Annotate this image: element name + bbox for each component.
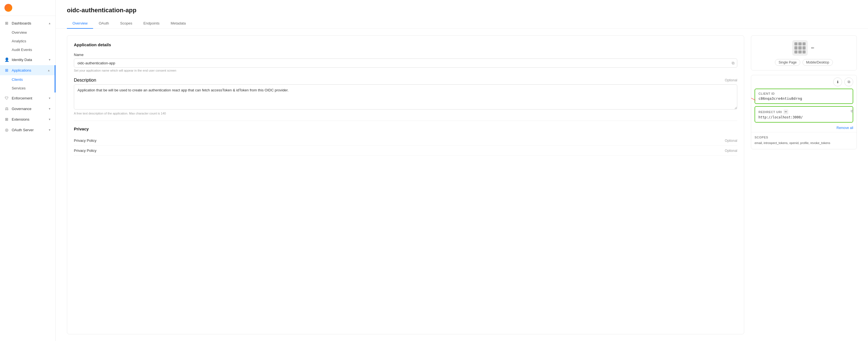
chevron-up-icon: ▲	[48, 22, 51, 25]
sidebar-item-extensions-label: Extensions	[12, 117, 30, 122]
sidebar-item-clients[interactable]: Clients	[12, 75, 55, 84]
client-info-card: clientId redirectUri ⬇ ⧉ CLIENT ID c86nq	[751, 75, 857, 149]
main-content: oidc-authentication-app Overview OAuth S…	[56, 0, 868, 341]
logo-icon	[4, 4, 12, 12]
chevron-down-icon-enforcement: ▼	[48, 97, 51, 100]
governance-icon: ⚖	[4, 106, 9, 111]
app-type-tags: Single Page Mobile/Desktop	[775, 59, 833, 66]
tab-overview[interactable]: Overview	[67, 19, 93, 29]
sidebar-logo	[0, 0, 56, 16]
content-area: Application details Name ⧉ Set your appl…	[56, 29, 868, 341]
name-input-wrapper: ⧉	[74, 59, 737, 68]
privacy-policy-2-label: Privacy Policy	[74, 148, 96, 153]
sidebar: ⊞ Dashboards ▲ Overview Analytics Audit …	[0, 0, 56, 341]
chevron-down-icon: ▼	[48, 58, 51, 61]
page-header: oidc-authentication-app Overview OAuth S…	[56, 0, 868, 29]
description-field-group: Description Optional Application that be…	[74, 78, 737, 115]
sidebar-item-dashboards[interactable]: ⊞ Dashboards ▲	[0, 18, 56, 28]
privacy-title: Privacy	[74, 127, 737, 131]
nav-section-enforcement: 🛡 Enforcement ▼	[0, 93, 56, 103]
sidebar-item-oauth-server[interactable]: ◎ OAuth Server ▼	[0, 125, 56, 135]
right-panel: ✏ Single Page Mobile/Desktop clientId	[751, 35, 857, 334]
sidebar-item-identity-data[interactable]: 👤 Identity Data ▼	[0, 55, 56, 65]
privacy-policy-2-optional: Optional	[725, 149, 737, 153]
shield-icon: 🛡	[4, 96, 9, 100]
name-input[interactable]	[74, 59, 737, 68]
tab-endpoints[interactable]: Endpoints	[138, 19, 165, 29]
grid-icon: ⊞	[4, 21, 9, 25]
mobile-desktop-tag: Mobile/Desktop	[803, 59, 833, 66]
copy-icon[interactable]: ⧉	[732, 61, 735, 65]
privacy-policy-optional: Optional	[725, 139, 737, 143]
edit-app-icon-button[interactable]: ✏	[810, 44, 815, 51]
copy-credentials-button[interactable]: ⧉	[844, 77, 853, 87]
nav-section-extensions: ⊞ Extensions ▼	[0, 114, 56, 124]
description-optional: Optional	[725, 78, 737, 82]
description-input[interactable]: Application that be will be used to crea…	[74, 84, 737, 109]
client-id-section: CLIENT ID c86nqa3cre4ntiu8drng	[754, 89, 853, 104]
section-divider	[74, 121, 737, 121]
remove-all-button[interactable]: Remove all	[837, 126, 853, 130]
nav-section-applications: ⊞ Applications ▲ Clients Services	[0, 65, 56, 93]
chevron-up-icon-apps: ▲	[48, 69, 50, 72]
single-page-tag: Single Page	[775, 59, 800, 66]
applications-sub-items: Clients Services	[0, 75, 55, 93]
sidebar-item-identity-data-label: Identity Data	[12, 58, 32, 62]
privacy-policy-2-row: Privacy Policy Optional	[74, 146, 737, 156]
client-id-label: CLIENT ID	[758, 92, 849, 95]
chevron-down-icon-governance: ▼	[48, 107, 51, 110]
name-label: Name	[74, 53, 737, 57]
sidebar-item-overview[interactable]: Overview	[12, 28, 56, 37]
name-field-group: Name ⧉ Set your application name which w…	[74, 53, 737, 72]
tab-oauth[interactable]: OAuth	[93, 19, 115, 29]
redirect-uri-section: REDIRECT URI ✏ http://localhost:3000/	[754, 106, 853, 123]
scopes-section: SCOPES email, introspect_tokens, openid,…	[751, 132, 857, 149]
nav-section-governance: ⚖ Governance ▼	[0, 104, 56, 114]
client-id-value: c86nqa3cre4ntiu8drng	[758, 96, 849, 101]
privacy-policy-label: Privacy Policy	[74, 138, 96, 143]
user-icon: 👤	[4, 57, 9, 62]
dashboards-sub-items: Overview Analytics Audit Events	[0, 28, 56, 54]
sidebar-item-enforcement[interactable]: 🛡 Enforcement ▼	[0, 93, 56, 103]
redirect-uri-label: REDIRECT URI	[758, 110, 782, 114]
description-hint: A free text description of the applicati…	[74, 112, 737, 115]
edit-redirect-uri-button[interactable]: ✏	[783, 109, 788, 114]
nav-section-oauth-server: ◎ OAuth Server ▼	[0, 125, 56, 135]
redirect-uri-value: http://localhost:3000/	[758, 115, 849, 119]
clientid-arrow	[751, 95, 757, 103]
extensions-icon: ⊞	[4, 117, 9, 122]
page-title: oidc-authentication-app	[67, 7, 857, 14]
client-info-actions: ⬇ ⧉	[751, 75, 857, 89]
sidebar-item-applications-label: Applications	[12, 68, 31, 72]
sidebar-item-dashboards-label: Dashboards	[12, 21, 31, 25]
application-details-title: Application details	[74, 42, 737, 47]
sidebar-item-analytics[interactable]: Analytics	[12, 37, 56, 45]
nav-section-identity-data: 👤 Identity Data ▼	[0, 55, 56, 65]
sidebar-item-services[interactable]: Services	[12, 84, 55, 93]
sidebar-item-oauth-server-label: OAuth Server	[12, 128, 34, 132]
sidebar-item-applications[interactable]: ⊞ Applications ▲	[0, 65, 55, 75]
app-icon-grid	[792, 40, 808, 56]
chevron-down-icon-oauth: ▼	[48, 129, 51, 132]
sidebar-item-audit-events[interactable]: Audit Events	[12, 45, 56, 54]
scopes-label: SCOPES	[754, 136, 853, 139]
sidebar-item-enforcement-label: Enforcement	[12, 96, 32, 100]
apps-icon: ⊞	[4, 68, 9, 72]
left-panel: Application details Name ⧉ Set your appl…	[67, 35, 744, 334]
sidebar-nav: ⊞ Dashboards ▲ Overview Analytics Audit …	[0, 16, 56, 341]
nav-section-dashboards: ⊞ Dashboards ▲ Overview Analytics Audit …	[0, 18, 56, 54]
privacy-policy-row: Privacy Policy Optional	[74, 136, 737, 146]
tab-scopes[interactable]: Scopes	[115, 19, 138, 29]
sidebar-item-governance-label: Governance	[12, 107, 31, 111]
sidebar-item-governance[interactable]: ⚖ Governance ▼	[0, 104, 56, 114]
tab-bar: Overview OAuth Scopes Endpoints Metadata	[67, 19, 857, 28]
oauth-icon: ◎	[4, 128, 9, 132]
copy-redirect-uri-button[interactable]: ⧉	[851, 109, 853, 113]
name-hint: Set your application name which will app…	[74, 69, 737, 72]
tab-metadata[interactable]: Metadata	[165, 19, 191, 29]
sidebar-item-extensions[interactable]: ⊞ Extensions ▼	[0, 114, 56, 124]
chevron-down-icon-extensions: ▼	[48, 118, 51, 121]
download-button[interactable]: ⬇	[833, 77, 842, 87]
app-icon-card: ✏ Single Page Mobile/Desktop	[751, 35, 857, 70]
description-label: Description	[74, 78, 96, 83]
